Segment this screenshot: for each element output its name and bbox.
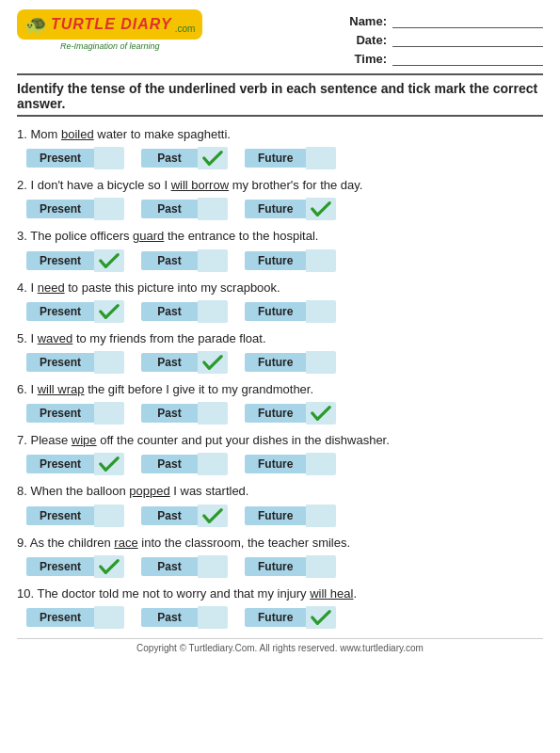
question-underlined-2: will borrow bbox=[171, 178, 229, 192]
question-after-3: the entrance to the hospital. bbox=[164, 229, 318, 243]
option-6-future[interactable]: Future bbox=[245, 402, 336, 425]
option-check-5-future[interactable] bbox=[306, 351, 336, 374]
page: 🐢 TURTLE DIARY .com Re-Imagination of le… bbox=[0, 0, 560, 753]
option-check-2-past[interactable] bbox=[198, 198, 228, 220]
option-label-6-future: Future bbox=[245, 404, 306, 423]
question-number-8: 8. bbox=[17, 484, 30, 498]
option-check-3-past[interactable] bbox=[198, 249, 228, 272]
question-after-8: I was startled. bbox=[170, 484, 249, 498]
option-9-future[interactable]: Future bbox=[245, 555, 336, 578]
option-4-present[interactable]: Present bbox=[26, 300, 124, 323]
question-after-4: to paste this picture into my scrapbook. bbox=[65, 280, 280, 295]
option-9-past[interactable]: Past bbox=[141, 555, 228, 578]
option-1-future[interactable]: Future bbox=[245, 147, 336, 169]
question-number-10: 10. bbox=[17, 586, 37, 601]
option-check-1-present[interactable] bbox=[94, 147, 124, 169]
option-8-future[interactable]: Future bbox=[245, 505, 336, 527]
option-check-2-present[interactable] bbox=[94, 198, 124, 220]
option-4-future[interactable]: Future bbox=[245, 300, 336, 323]
option-check-4-present[interactable] bbox=[94, 300, 124, 323]
checkmark-icon bbox=[99, 558, 120, 575]
option-label-7-past: Past bbox=[141, 455, 198, 473]
question-number-6: 6. bbox=[17, 382, 30, 396]
question-before-5: I bbox=[30, 331, 37, 345]
checkmark-icon bbox=[99, 303, 120, 320]
option-7-present[interactable]: Present bbox=[26, 453, 124, 475]
question-number-7: 7. bbox=[17, 433, 30, 447]
option-label-2-present: Present bbox=[26, 200, 94, 218]
question-before-1: Mom bbox=[30, 127, 61, 141]
option-3-future[interactable]: Future bbox=[245, 249, 336, 272]
option-check-7-present[interactable] bbox=[94, 453, 124, 475]
checkmark-icon bbox=[311, 200, 331, 217]
option-check-10-present[interactable] bbox=[94, 606, 124, 629]
option-check-9-present[interactable] bbox=[94, 555, 124, 578]
option-6-past[interactable]: Past bbox=[141, 402, 228, 425]
option-5-present[interactable]: Present bbox=[26, 351, 124, 374]
option-check-5-present[interactable] bbox=[94, 351, 124, 374]
date-label: Date: bbox=[349, 33, 387, 47]
option-7-past[interactable]: Past bbox=[141, 453, 228, 475]
option-10-present[interactable]: Present bbox=[26, 606, 124, 629]
option-5-past[interactable]: Past bbox=[141, 351, 228, 374]
option-check-4-past[interactable] bbox=[198, 300, 228, 323]
option-label-10-past: Past bbox=[141, 608, 198, 627]
option-check-6-future[interactable] bbox=[306, 402, 336, 425]
question-before-6: I bbox=[30, 382, 37, 396]
name-line bbox=[392, 13, 543, 28]
option-check-10-future[interactable] bbox=[306, 606, 336, 629]
option-10-future[interactable]: Future bbox=[245, 606, 336, 629]
answer-row-2: PresentPastFuture bbox=[26, 198, 543, 220]
option-check-1-future[interactable] bbox=[306, 147, 336, 169]
question-number-5: 5. bbox=[17, 331, 30, 345]
option-check-9-past[interactable] bbox=[198, 555, 228, 578]
option-3-present[interactable]: Present bbox=[26, 249, 124, 272]
option-label-2-future: Future bbox=[245, 200, 306, 218]
logo-tagline: Re-Imagination of learning bbox=[60, 41, 160, 51]
option-check-8-present[interactable] bbox=[94, 505, 124, 527]
option-1-present[interactable]: Present bbox=[26, 147, 124, 169]
option-check-8-past[interactable] bbox=[198, 505, 228, 527]
option-check-7-future[interactable] bbox=[306, 453, 336, 475]
option-check-1-past[interactable] bbox=[198, 147, 228, 169]
option-check-4-future[interactable] bbox=[306, 300, 336, 323]
option-check-3-future[interactable] bbox=[306, 249, 336, 272]
option-8-past[interactable]: Past bbox=[141, 505, 228, 527]
option-2-present[interactable]: Present bbox=[26, 198, 124, 220]
option-4-past[interactable]: Past bbox=[141, 300, 228, 323]
question-5: 5. I waved to my friends from the parade… bbox=[17, 330, 543, 374]
option-1-past[interactable]: Past bbox=[141, 147, 228, 169]
option-check-6-past[interactable] bbox=[198, 402, 228, 425]
question-before-4: I bbox=[30, 280, 37, 295]
option-check-9-future[interactable] bbox=[306, 555, 336, 578]
option-label-1-present: Present bbox=[26, 149, 94, 168]
option-6-present[interactable]: Present bbox=[26, 402, 124, 425]
option-5-future[interactable]: Future bbox=[245, 351, 336, 374]
option-check-7-past[interactable] bbox=[198, 453, 228, 475]
option-check-3-present[interactable] bbox=[94, 249, 124, 272]
option-check-10-past[interactable] bbox=[198, 606, 228, 629]
name-label: Name: bbox=[349, 14, 387, 28]
checkmark-icon bbox=[311, 609, 331, 626]
question-underlined-1: boiled bbox=[61, 127, 94, 141]
question-text-2: 2. I don't have a bicycle so I will borr… bbox=[17, 177, 543, 194]
option-9-present[interactable]: Present bbox=[26, 555, 124, 578]
option-check-8-future[interactable] bbox=[306, 505, 336, 527]
option-check-6-present[interactable] bbox=[94, 402, 124, 425]
question-3: 3. The police officers guard the entranc… bbox=[17, 228, 543, 271]
option-10-past[interactable]: Past bbox=[141, 606, 228, 629]
option-label-8-past: Past bbox=[141, 506, 198, 525]
logo-com: .com bbox=[175, 24, 196, 34]
option-7-future[interactable]: Future bbox=[245, 453, 336, 475]
option-3-past[interactable]: Past bbox=[141, 249, 228, 272]
time-line bbox=[392, 51, 543, 66]
option-check-2-future[interactable] bbox=[306, 198, 336, 220]
option-label-3-future: Future bbox=[245, 251, 306, 270]
question-text-4: 4. I need to paste this picture into my … bbox=[17, 280, 543, 296]
option-check-5-past[interactable] bbox=[198, 351, 228, 374]
name-fields: Name: Date: Time: bbox=[349, 9, 543, 66]
option-2-past[interactable]: Past bbox=[141, 198, 228, 220]
answer-row-1: PresentPast Future bbox=[26, 147, 543, 169]
option-8-present[interactable]: Present bbox=[26, 505, 124, 527]
option-2-future[interactable]: Future bbox=[245, 198, 336, 220]
